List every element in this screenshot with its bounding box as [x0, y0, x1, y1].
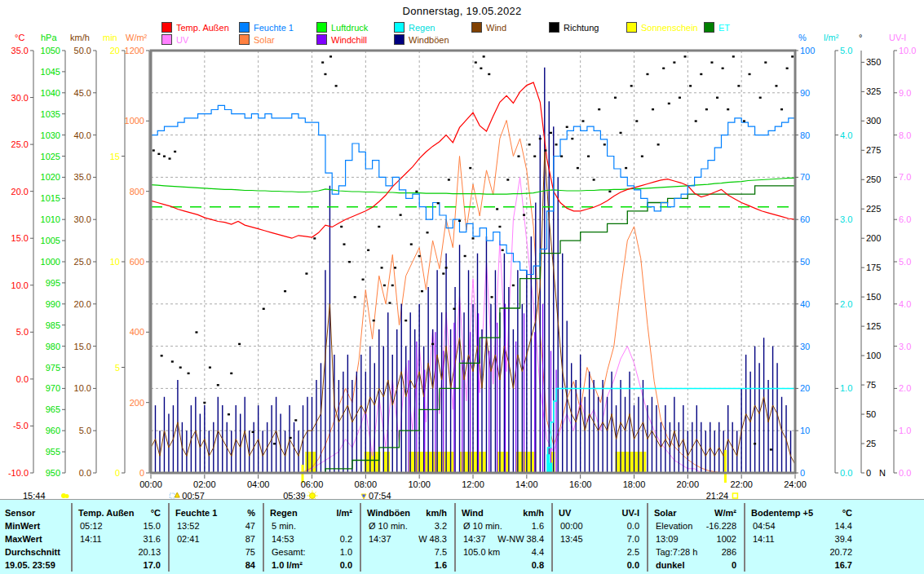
column-unit: °C: [78, 508, 161, 519]
direction-dot: [550, 132, 552, 134]
tick-label: 350: [866, 57, 881, 67]
tick-label: 50.0: [74, 46, 91, 55]
tick-label: 600: [130, 257, 144, 267]
direction-dot: [587, 156, 590, 157]
tick-label: 8.0: [899, 130, 911, 140]
column-unit: W/m²: [654, 508, 736, 519]
direction-dot: [759, 97, 762, 99]
tick-label: 0.0: [899, 468, 911, 478]
north-label: N: [879, 468, 886, 478]
direction-dot: [238, 343, 241, 345]
direction-dot: [722, 68, 724, 69]
tick-label: 20.0: [11, 187, 29, 196]
tick-label: 1.0: [840, 383, 852, 393]
tick-label: 275: [866, 145, 881, 155]
direction-dot: [700, 73, 702, 75]
sunshine-block: [409, 452, 454, 473]
tick-label: 955: [46, 447, 60, 457]
tick-label: 30.0: [74, 214, 91, 224]
tick-label: 980: [46, 342, 60, 351]
direction-dot: [445, 267, 448, 268]
direction-dot: [695, 120, 697, 121]
x-tick-label: 12:00: [462, 479, 484, 489]
cell-value: 286: [654, 547, 736, 558]
cell-value: 87: [175, 534, 255, 545]
cell-value: 16.7: [751, 560, 852, 571]
row-label: MinWert: [5, 521, 40, 532]
weather-day-chart-screen: Donnerstag, 19.05.2022 Temp. AußenFeucht…: [0, 0, 924, 574]
direction-dot: [480, 68, 482, 69]
tick-label: 50: [866, 409, 876, 419]
direction-dot: [290, 437, 292, 439]
axis-header: min: [103, 33, 117, 42]
tick-label: 960: [46, 426, 60, 435]
direction-dot: [679, 97, 681, 99]
direction-dot: [544, 149, 546, 151]
cell-value: 20.13: [78, 547, 161, 558]
direction-dot: [263, 308, 265, 310]
tick-label: 20: [800, 383, 810, 393]
direction-dot: [502, 249, 504, 251]
direction-dot: [391, 285, 394, 286]
direction-dot: [614, 97, 617, 99]
direction-dot: [157, 153, 160, 155]
direction-dot: [705, 108, 708, 110]
table-separator: [454, 503, 456, 572]
direction-dot: [203, 402, 206, 404]
sunset-icon: [732, 493, 737, 498]
direction-dot: [630, 85, 633, 86]
tick-label: 30: [800, 342, 810, 351]
tick-label: -10.0: [8, 468, 29, 478]
direction-dot: [230, 373, 232, 374]
cell-value: -16.228: [654, 521, 736, 532]
tick-label: 3.0: [840, 214, 852, 224]
axis-header: %: [798, 33, 807, 42]
x-tick-label: 04:00: [247, 479, 270, 489]
tick-label: 1025: [41, 152, 60, 161]
tick-label: 100: [800, 46, 815, 55]
direction-dot: [483, 55, 485, 57]
tick-label: 0: [800, 468, 805, 478]
direction-dot: [791, 55, 794, 57]
x-tick-label: 06:00: [301, 479, 324, 489]
direction-dot: [400, 214, 402, 215]
direction-dot: [577, 167, 579, 169]
direction-dot: [635, 120, 638, 121]
axis-header: km/h: [70, 33, 90, 42]
tick-label: 100: [866, 351, 881, 360]
sunrise-icon-ray: [315, 492, 316, 492]
tick-label: 5.0: [899, 257, 911, 267]
tick-label: 950: [46, 468, 60, 478]
tick-label: 1035: [41, 109, 60, 119]
tick-label: 35.0: [11, 46, 29, 55]
cell-value: 1.6: [462, 521, 544, 532]
cell-value: 0: [654, 560, 736, 571]
tick-label: 1020: [41, 172, 60, 182]
row-label: Durchschnitt: [5, 547, 60, 558]
column-unit: km/h: [462, 508, 544, 519]
tick-label: 0.0: [79, 468, 91, 478]
direction-dot: [710, 61, 713, 63]
moonrise-icon: [175, 492, 179, 497]
direction-dot: [528, 144, 531, 145]
direction-dot: [394, 267, 396, 268]
direction-dot: [737, 85, 740, 86]
sunshine-block: [615, 452, 646, 473]
direction-dot: [410, 243, 413, 245]
cell-value: 0.8: [462, 560, 544, 571]
direction-dot: [381, 267, 383, 268]
direction-dot: [598, 108, 600, 110]
table-separator: [263, 503, 264, 572]
tick-label: 10: [110, 257, 120, 267]
direction-dot: [512, 285, 515, 286]
direction-dot: [472, 237, 475, 239]
direction-dot: [294, 419, 297, 421]
axis-header: °: [859, 33, 862, 42]
sunshine-block: [516, 452, 537, 473]
x-tick-label: 24:00: [784, 479, 807, 489]
axis-header: hPa: [41, 33, 57, 42]
direction-dot: [780, 108, 783, 110]
tick-label: 10.0: [74, 383, 91, 393]
direction-dot: [662, 68, 665, 69]
tick-label: 15: [110, 152, 120, 161]
